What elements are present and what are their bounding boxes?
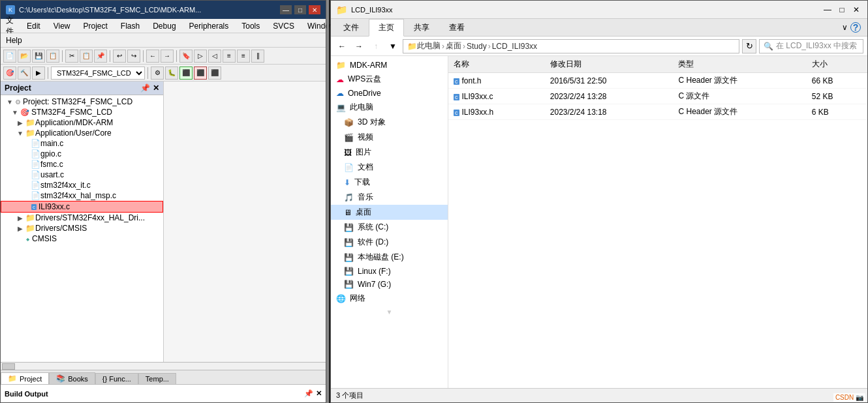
tree-mdk-arm[interactable]: ▶ 📁 Application/MDK-ARM bbox=[1, 117, 163, 128]
nav-3d[interactable]: 📦 3D 对象 bbox=[331, 115, 448, 130]
menu-peripherals[interactable]: Peripherals bbox=[187, 21, 232, 31]
tb-dbg5[interactable]: ⬛ bbox=[208, 67, 221, 80]
ribbon-help-icon[interactable]: ? bbox=[850, 22, 861, 33]
ribbon-tab-home[interactable]: 主页 bbox=[369, 19, 404, 37]
tb-bookmark-next[interactable]: ▷ bbox=[194, 50, 207, 63]
build-pin-icon[interactable]: 📌 bbox=[304, 389, 313, 398]
exp-close-btn[interactable]: ✕ bbox=[850, 5, 862, 14]
tb-build[interactable]: 🔨 bbox=[18, 67, 31, 80]
tab-func[interactable]: {} Func... bbox=[95, 373, 138, 384]
nav-video[interactable]: 🎬 视频 bbox=[331, 130, 448, 145]
tb-outdent[interactable]: ≡ bbox=[237, 50, 250, 63]
tb-undo[interactable]: ↩ bbox=[113, 50, 126, 63]
tb-dbg1[interactable]: ⚙ bbox=[151, 67, 164, 80]
nav-downloads[interactable]: ⬇ 下载 bbox=[331, 175, 448, 190]
nav-back-btn[interactable]: ← bbox=[335, 39, 349, 53]
tb-indent[interactable]: ≡ bbox=[223, 50, 236, 63]
tab-temp[interactable]: Temp... bbox=[138, 373, 176, 384]
menu-debug[interactable]: Debug bbox=[150, 21, 178, 31]
tb-save-all[interactable]: 📋 bbox=[46, 50, 59, 63]
tb-cut[interactable]: ✂ bbox=[65, 50, 78, 63]
nav-c-drive[interactable]: 💾 系统 (C:) bbox=[331, 220, 448, 235]
tb-forward[interactable]: → bbox=[161, 50, 174, 63]
nav-pictures[interactable]: 🖼 图片 bbox=[331, 145, 448, 160]
tb-copy[interactable]: 📋 bbox=[80, 50, 93, 63]
tree-cmsis[interactable]: ⬥ CMSIS bbox=[1, 233, 163, 244]
nav-d-drive[interactable]: 💾 软件 (D:) bbox=[331, 235, 448, 250]
nav-refresh-btn[interactable]: ↻ bbox=[742, 39, 756, 53]
address-path-box[interactable]: 📁 此电脑 › 桌面 › Study › LCD_ILI93xx bbox=[403, 39, 739, 53]
nav-e-drive[interactable]: 💾 本地磁盘 (E:) bbox=[331, 250, 448, 265]
table-row[interactable]: cfont.h2016/5/31 22:50C Header 源文件66 KB bbox=[448, 73, 867, 89]
menu-tools[interactable]: Tools bbox=[239, 21, 262, 31]
tb-back[interactable]: ← bbox=[146, 50, 159, 63]
nav-up-btn[interactable]: ↑ bbox=[369, 39, 383, 53]
nav-linux-drive[interactable]: 💾 Linux (F:) bbox=[331, 265, 448, 278]
tab-project[interactable]: 📁 Project bbox=[1, 372, 49, 384]
tb-redo[interactable]: ↪ bbox=[127, 50, 140, 63]
tb-col[interactable]: ‖ bbox=[251, 50, 264, 63]
keil-minimize-btn[interactable]: — bbox=[280, 5, 292, 14]
tree-user-core[interactable]: ▼ 📁 Application/User/Core bbox=[1, 128, 163, 138]
exp-maximize-btn[interactable]: □ bbox=[836, 5, 848, 14]
nav-wps[interactable]: ☁ WPS云盘 bbox=[331, 72, 448, 87]
tb-dbg2[interactable]: 🐛 bbox=[165, 67, 178, 80]
search-box[interactable]: 🔍 在 LCD_ILI93xx 中搜索 bbox=[759, 39, 863, 53]
tb-open[interactable]: 📂 bbox=[18, 50, 31, 63]
menu-flash[interactable]: Flash bbox=[118, 21, 142, 31]
keil-maximize-btn[interactable]: □ bbox=[294, 5, 306, 14]
ribbon-tab-file[interactable]: 文件 bbox=[333, 19, 369, 37]
nav-forward-btn[interactable]: → bbox=[352, 39, 366, 53]
table-row[interactable]: cILI93xx.h2023/2/24 13:18C Header 源文件6 K… bbox=[448, 104, 867, 120]
ribbon-tab-share[interactable]: 共享 bbox=[404, 19, 439, 37]
tb-target-dropdown[interactable]: STM32F4_FSMC_LCD bbox=[51, 67, 145, 80]
keil-close-btn[interactable]: ✕ bbox=[309, 5, 320, 14]
nav-network[interactable]: 🌐 网络 bbox=[331, 291, 448, 306]
tb-bookmark[interactable]: 🔖 bbox=[179, 50, 193, 63]
project-pin-icon[interactable]: 📌 bbox=[140, 83, 150, 93]
ribbon-tab-view[interactable]: 查看 bbox=[439, 19, 474, 37]
tb-new[interactable]: 📄 bbox=[3, 50, 16, 63]
table-row[interactable]: cILI93xx.c2023/2/24 13:28C 源文件52 KB bbox=[448, 89, 867, 104]
tree-gpio-c[interactable]: 📄 gpio.c bbox=[1, 149, 163, 159]
ribbon-expand-icon[interactable]: ∨ bbox=[842, 23, 848, 32]
build-close-icon[interactable]: ✕ bbox=[316, 389, 322, 398]
tab-books[interactable]: 📚 Books bbox=[49, 372, 95, 384]
nav-desktop[interactable]: 🖥 桌面 bbox=[331, 205, 448, 220]
nav-onedrive[interactable]: ☁ OneDrive bbox=[331, 87, 448, 100]
tb-run[interactable]: ▶ bbox=[32, 67, 45, 80]
tb-bookmark-prev[interactable]: ◁ bbox=[208, 50, 221, 63]
nav-win7-drive[interactable]: 💾 Win7 (G:) bbox=[331, 278, 448, 291]
nav-music[interactable]: 🎵 音乐 bbox=[331, 190, 448, 205]
nav-recent-btn[interactable]: ▼ bbox=[386, 39, 400, 53]
tb-dbg3[interactable]: ⬛ bbox=[179, 67, 193, 80]
menu-help[interactable]: Help bbox=[3, 35, 25, 46]
col-date[interactable]: 修改日期 bbox=[545, 56, 674, 73]
nav-docs[interactable]: 📄 文档 bbox=[331, 160, 448, 175]
keil-hscroll[interactable] bbox=[1, 362, 326, 370]
menu-edit[interactable]: Edit bbox=[24, 21, 43, 31]
tree-project-root[interactable]: ▼ ⚙ Project: STM32F4_FSMC_LCD bbox=[1, 97, 163, 107]
tree-drivers-cmsis[interactable]: ▶ 📁 Drivers/CMSIS bbox=[1, 223, 163, 233]
tree-ili93xx-c[interactable]: c ILI93xx.c bbox=[1, 201, 163, 213]
menu-project[interactable]: Project bbox=[80, 21, 110, 31]
tree-main-c[interactable]: 📄 main.c bbox=[1, 138, 163, 149]
menu-svcs[interactable]: SVCS bbox=[270, 21, 297, 31]
tb-paste[interactable]: 📌 bbox=[94, 50, 107, 63]
project-close-icon[interactable]: ✕ bbox=[153, 83, 159, 93]
col-size[interactable]: 大小 bbox=[807, 56, 867, 73]
tree-stm32-hal[interactable]: 📄 stm32f4xx_hal_msp.c bbox=[1, 190, 163, 201]
col-type[interactable]: 类型 bbox=[673, 56, 806, 73]
col-name[interactable]: 名称 bbox=[448, 56, 545, 73]
tb-save[interactable]: 💾 bbox=[32, 50, 45, 63]
nav-mdk-arm[interactable]: 📁 MDK-ARM bbox=[331, 59, 448, 72]
tree-target[interactable]: ▼ 🎯 STM32F4_FSMC_LCD bbox=[1, 107, 163, 117]
nav-pc[interactable]: 💻 此电脑 bbox=[331, 100, 448, 115]
hscroll-thumb[interactable] bbox=[2, 363, 15, 370]
tb-target[interactable]: 🎯 bbox=[3, 67, 16, 80]
tree-usart-c[interactable]: 📄 usart.c bbox=[1, 170, 163, 180]
tb-dbg4[interactable]: ⬛ bbox=[194, 67, 207, 80]
tree-stm32-it[interactable]: 📄 stm32f4xx_it.c bbox=[1, 180, 163, 190]
exp-minimize-btn[interactable]: — bbox=[822, 5, 833, 14]
tree-fsmc-c[interactable]: 📄 fsmc.c bbox=[1, 159, 163, 170]
